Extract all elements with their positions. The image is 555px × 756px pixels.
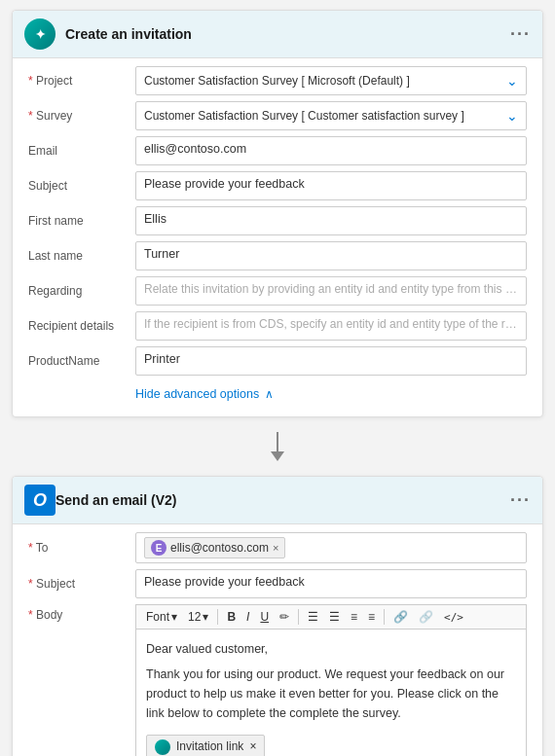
- to-tag-close-icon[interactable]: ×: [273, 542, 278, 554]
- recipient-label: Recipient details: [28, 319, 135, 333]
- subject-input-2[interactable]: Please provide your feedback: [135, 569, 527, 598]
- card1-menu[interactable]: ···: [510, 24, 531, 45]
- invitation-globe-icon: [155, 739, 170, 755]
- firstname-row: First name Ellis: [28, 206, 527, 235]
- arrowhead-icon: [271, 451, 284, 461]
- toolbar-divider-2: [298, 609, 299, 625]
- hide-advanced-chevron-icon: ∧: [265, 387, 274, 401]
- card1-body: Project Customer Satisfaction Survey [ M…: [13, 58, 542, 416]
- survey-dropdown[interactable]: Customer Satisfaction Survey [ Customer …: [135, 101, 527, 130]
- body-label: Body: [28, 604, 135, 622]
- project-chevron-icon: ⌄: [506, 73, 518, 89]
- font-size-value: 12: [188, 610, 201, 624]
- subject-label-1: Subject: [28, 179, 135, 193]
- lastname-input[interactable]: Turner: [135, 241, 527, 270]
- to-row: To E ellis@contoso.com ×: [28, 532, 527, 563]
- create-invitation-card: ✦ Create an invitation ··· Project Custo…: [12, 10, 543, 417]
- invitation-tag-close-icon[interactable]: ×: [249, 738, 256, 756]
- toolbar-divider-1: [217, 609, 218, 625]
- to-field[interactable]: E ellis@contoso.com ×: [135, 532, 527, 563]
- arrow-connector: [0, 427, 555, 466]
- body-editor[interactable]: Dear valued customer, Thank you for usin…: [135, 629, 527, 756]
- project-dropdown[interactable]: Customer Satisfaction Survey [ Microsoft…: [135, 66, 527, 95]
- project-value: Customer Satisfaction Survey [ Microsoft…: [144, 74, 410, 88]
- underline-button[interactable]: U: [256, 608, 273, 626]
- send-email-card: O Send an email (V2) ··· To E ellis@cont…: [12, 476, 543, 756]
- to-tag: E ellis@contoso.com ×: [144, 537, 285, 558]
- body-container: Font ▾ 12 ▾ B I U ✏ ☰ ☰ ≡ ≡: [135, 604, 527, 756]
- indent-button[interactable]: ≡: [364, 608, 379, 626]
- bold-button[interactable]: B: [223, 608, 240, 626]
- outlook-letter: O: [33, 490, 47, 511]
- code-button[interactable]: </>: [440, 609, 467, 626]
- subject-label-2: Subject: [28, 577, 135, 591]
- productname-row: ProductName Printer: [28, 346, 527, 376]
- font-chevron-icon: ▾: [171, 610, 177, 624]
- to-label: To: [28, 541, 135, 555]
- subject-row-2: Subject Please provide your feedback: [28, 569, 527, 598]
- insert-link-button[interactable]: 🔗: [389, 608, 412, 626]
- recipient-input[interactable]: If the recipient is from CDS, specify an…: [135, 311, 527, 341]
- invitation-tag-container: Invitation link ×: [146, 731, 516, 756]
- font-label: Font: [146, 610, 169, 624]
- firstname-label: First name: [28, 214, 135, 228]
- survey-label: Survey: [28, 109, 135, 123]
- lastname-row: Last name Turner: [28, 241, 527, 270]
- toolbar-divider-3: [384, 609, 385, 625]
- regarding-label: Regarding: [28, 284, 135, 298]
- firstname-input[interactable]: Ellis: [135, 206, 527, 235]
- card2-menu[interactable]: ···: [510, 490, 531, 511]
- recipient-row: Recipient details If the recipient is fr…: [28, 311, 527, 341]
- survey-value: Customer Satisfaction Survey [ Customer …: [144, 109, 464, 123]
- card2-body: To E ellis@contoso.com × Subject Please …: [13, 524, 542, 756]
- card1-title: Create an invitation: [65, 26, 510, 42]
- unordered-list-button[interactable]: ☰: [325, 608, 344, 626]
- card2-icon: O: [24, 485, 56, 516]
- productname-input[interactable]: Printer: [135, 346, 527, 376]
- survey-row: Survey Customer Satisfaction Survey [ Cu…: [28, 101, 527, 130]
- body-toolbar: Font ▾ 12 ▾ B I U ✏ ☰ ☰ ≡ ≡: [135, 604, 527, 629]
- to-tag-avatar: E: [151, 540, 166, 556]
- highlight-button[interactable]: ✏: [276, 608, 293, 626]
- font-size-selector[interactable]: 12 ▾: [184, 608, 212, 626]
- card1-icon-symbol: ✦: [35, 27, 46, 42]
- hide-advanced-toggle[interactable]: Hide advanced options ∧: [135, 381, 527, 405]
- body-line-1: Dear valued customer,: [146, 639, 516, 659]
- regarding-input[interactable]: Relate this invitation by providing an e…: [135, 276, 527, 306]
- card1-header: ✦ Create an invitation ···: [13, 11, 542, 58]
- survey-chevron-icon: ⌄: [506, 108, 518, 124]
- outdent-button[interactable]: ≡: [347, 608, 361, 626]
- card2-title: Send an email (V2): [56, 492, 510, 508]
- font-selector[interactable]: Font ▾: [142, 608, 181, 626]
- body-line-3: Thank you for using our product. We requ…: [146, 665, 516, 723]
- arrow-line: [271, 432, 284, 461]
- body-row: Body Font ▾ 12 ▾ B I U ✏: [28, 604, 527, 756]
- lastname-label: Last name: [28, 249, 135, 263]
- to-tag-value: ellis@contoso.com: [170, 541, 269, 555]
- subject-row-1: Subject Please provide your feedback: [28, 171, 527, 200]
- hide-advanced-label: Hide advanced options: [135, 387, 259, 401]
- project-label: Project: [28, 74, 135, 88]
- font-size-chevron-icon: ▾: [203, 610, 208, 624]
- invitation-tag-label: Invitation link: [176, 738, 243, 756]
- ordered-list-button[interactable]: ☰: [304, 608, 322, 626]
- email-input[interactable]: ellis@contoso.com: [135, 136, 527, 165]
- italic-button[interactable]: I: [242, 608, 253, 626]
- remove-link-button[interactable]: 🔗: [415, 608, 437, 626]
- email-row: Email ellis@contoso.com: [28, 136, 527, 165]
- invitation-tag: Invitation link ×: [146, 735, 265, 756]
- productname-label: ProductName: [28, 354, 135, 368]
- card1-icon: ✦: [24, 18, 56, 50]
- project-row: Project Customer Satisfaction Survey [ M…: [28, 66, 527, 95]
- subject-input-1[interactable]: Please provide your feedback: [135, 171, 527, 200]
- email-label: Email: [28, 144, 135, 158]
- regarding-row: Regarding Relate this invitation by prov…: [28, 276, 527, 306]
- card2-header: O Send an email (V2) ···: [13, 477, 542, 524]
- connector-line: [277, 432, 278, 451]
